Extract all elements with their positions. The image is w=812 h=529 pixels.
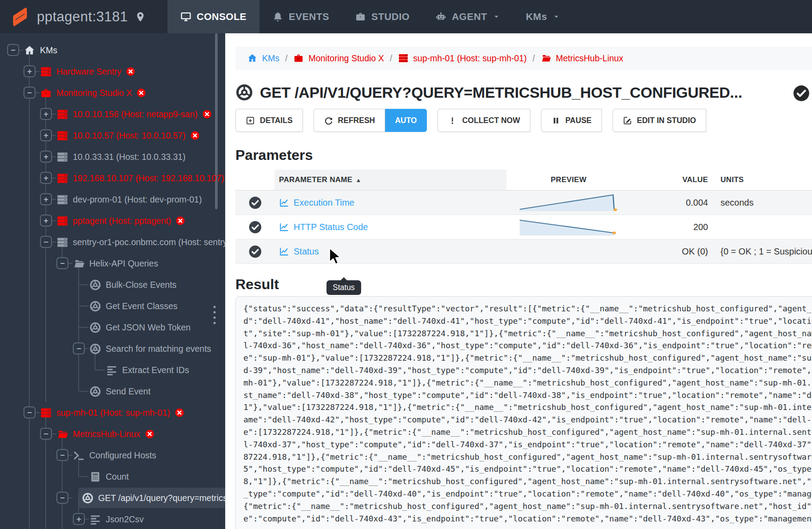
- tree-expander-plus[interactable]: +: [40, 151, 52, 163]
- result-line: {"metric":{"__name__":"metricshub_host_c…: [243, 500, 812, 513]
- result-line: st_name":"dell-740xd-38","host_type":"co…: [243, 389, 812, 402]
- tree-expander-plus[interactable]: +: [24, 65, 36, 77]
- nav-item-studio[interactable]: STUDIO: [342, 0, 422, 33]
- collect-now-button[interactable]: COLLECT NOW: [438, 109, 530, 132]
- tree-expander-minus[interactable]: −: [56, 257, 68, 269]
- tree-item-dev-prom-01-host-dev-prom-01-[interactable]: + dev-prom-01 (Host: dev-prom-01): [0, 189, 225, 210]
- navbar-menu: CONSOLEEVENTSSTUDIOAGENTKMs: [167, 0, 573, 33]
- tree-item-sup-mh-01-host-sup-mh-01-[interactable]: − sup-mh-01 (Host: sup-mh-01): [0, 402, 225, 423]
- home-icon: [24, 44, 36, 56]
- tree-expander-minus[interactable]: −: [56, 449, 68, 461]
- tree-item-send-event[interactable]: Send Event: [0, 381, 225, 402]
- tree-item-helix-api-queries[interactable]: − Helix-API Queries: [0, 253, 225, 274]
- check-circle-icon: [792, 84, 810, 102]
- nav-item-events[interactable]: EVENTS: [259, 0, 342, 33]
- tree-expander-minus[interactable]: −: [56, 492, 68, 504]
- terminal-icon: [73, 449, 85, 461]
- error-badge-icon: [202, 109, 212, 119]
- breadcrumb-separator: /: [285, 53, 287, 64]
- tree-item-count[interactable]: Count: [0, 466, 225, 487]
- tree-dash-line: [52, 434, 56, 434]
- tree-item-pptagent-host-pptagent-[interactable]: + pptagent (Host: pptagent): [0, 210, 225, 231]
- tree-item-json2csv[interactable]: + Json2Csv: [0, 509, 225, 529]
- edit-in-studio-button[interactable]: EDIT IN STUDIO: [613, 109, 706, 132]
- main-content: KMs/Monitoring Studio X/sup-mh-01 (Host:…: [225, 33, 812, 529]
- server-icon: [398, 53, 409, 64]
- nav-item-kms[interactable]: KMs: [513, 0, 573, 33]
- details-button[interactable]: DETAILS: [235, 109, 303, 132]
- column-header-units[interactable]: UNITS: [711, 175, 812, 184]
- breadcrumb-metricshub-linux[interactable]: MetricsHub-Linux: [541, 53, 623, 64]
- status-check-icon: [235, 245, 275, 259]
- tree-expander-minus[interactable]: −: [7, 44, 19, 56]
- breadcrumb-monitoring-studio-x[interactable]: Monitoring Studio X: [293, 53, 384, 64]
- tree-expander-minus[interactable]: −: [40, 428, 52, 440]
- chart-icon: [279, 222, 289, 232]
- server-icon: [56, 130, 68, 142]
- breadcrumb-separator: /: [390, 53, 392, 64]
- result-json-output: {"status":"success","data":{"resultType"…: [235, 296, 812, 529]
- button-group: PAUSE: [541, 109, 602, 132]
- tree-item-kms[interactable]: − KMs: [0, 40, 225, 61]
- tree-expander-minus[interactable]: −: [24, 87, 36, 99]
- tree-item-search-for-matching-events[interactable]: − Search for matching events: [0, 338, 225, 359]
- breadcrumb-sup-mh-01-host-sup-mh-01-[interactable]: sup-mh-01 (Host: sup-mh-01): [398, 53, 527, 64]
- tree-item-get-json-web-token[interactable]: Get JSON Web Token: [0, 317, 225, 338]
- parameter-link-execution-time[interactable]: Execution Time: [275, 198, 506, 208]
- sidebar-resize-handle[interactable]: [213, 305, 216, 325]
- tree-item-10-0-10-156-host-netapp9-san-[interactable]: + 10.0.10.156 (Host: netapp9-san): [0, 103, 225, 125]
- monitor-icon: [180, 11, 191, 22]
- status-tooltip: Status: [326, 280, 361, 295]
- pause-button[interactable]: PAUSE: [541, 109, 602, 132]
- tree-item-configured-hosts[interactable]: − Configured Hosts: [0, 445, 225, 466]
- nav-item-console[interactable]: CONSOLE: [167, 0, 259, 33]
- tree-expander-plus[interactable]: +: [40, 215, 52, 227]
- tree-item-hardware-sentry[interactable]: + Hardware Sentry: [0, 61, 225, 82]
- brand[interactable]: pptagent:3181: [0, 7, 146, 27]
- tree-expander-plus[interactable]: +: [40, 129, 52, 141]
- tree-item-bulk-close-events[interactable]: Bulk-Close Events: [0, 274, 225, 295]
- parameter-link-http-status-code[interactable]: HTTP Status Code: [275, 222, 506, 232]
- result-line: l-740xd-37","host_type":"compute","id":"…: [243, 438, 812, 451]
- breadcrumb: KMs/Monitoring Studio X/sup-mh-01 (Host:…: [235, 47, 812, 70]
- breadcrumb-separator: /: [533, 53, 535, 64]
- tree-expander-minus[interactable]: −: [24, 406, 36, 418]
- tree-item-monitoring-studio-x[interactable]: − Monitoring Studio X: [0, 82, 225, 103]
- result-line: d":"dell-740xd-41","host_name":"dell-740…: [243, 315, 812, 327]
- parameters-heading: Parameters: [235, 147, 812, 163]
- tree-item-10-0-10-57-host-10-0-10-57-[interactable]: + 10.0.10.57 (Host: 10.0.10.57): [0, 125, 225, 146]
- tree-elbow-line: [79, 306, 88, 306]
- auto-button[interactable]: AUTO: [385, 109, 427, 132]
- tree-item-get-event-classes[interactable]: Get Event Classes: [0, 295, 225, 317]
- status-check-icon: [235, 220, 275, 234]
- tree-expander-minus[interactable]: −: [40, 236, 52, 248]
- tree-dash-line: [52, 114, 56, 115]
- tree-expander-plus[interactable]: +: [40, 108, 52, 120]
- tree-item-10-0-33-31-host-10-0-33-31-[interactable]: + 10.0.33.31 (Host: 10.0.33.31): [0, 146, 225, 167]
- column-header-preview[interactable]: PREVIEW: [506, 175, 631, 184]
- error-badge-icon: [136, 88, 146, 98]
- parameter-link-status[interactable]: Status: [275, 247, 506, 257]
- tree-item-192-168-10-107-host-192-168-10-107-[interactable]: + 192.168.10.107 (Host: 192.168.10.107): [0, 167, 225, 189]
- refresh-button[interactable]: REFRESH: [314, 109, 386, 132]
- column-header-value[interactable]: VALUE: [631, 175, 711, 184]
- tree-dash-line: [84, 348, 89, 349]
- web-icon: [89, 322, 101, 334]
- column-header-parameter-name[interactable]: PARAMETER NAME▲: [275, 170, 506, 190]
- sort-asc-icon: ▲: [355, 177, 361, 183]
- tree-expander-plus[interactable]: +: [40, 172, 52, 184]
- tree-item-metricshub-linux[interactable]: − MetricsHub-Linux: [0, 423, 225, 445]
- tree-expander-plus[interactable]: +: [40, 193, 52, 205]
- breadcrumb-kms[interactable]: KMs: [247, 53, 279, 64]
- action-toolbar: DETAILSREFRESHAUTOCOLLECT NOWPAUSEEDIT I…: [235, 109, 812, 132]
- tree-item-get-api-v1-query-query-metricshub-host-c[interactable]: − GET /api/v1/query?query=metricshub_hos…: [0, 487, 225, 509]
- tree-item-sentry-or1-poc-onbmc-com-host-sentry-or1[interactable]: − sentry-or1-poc.onbmc.com (Host: sentry…: [0, 231, 225, 253]
- status-check-icon: [235, 196, 275, 210]
- tree-expander-plus[interactable]: +: [73, 513, 85, 525]
- nav-item-agent[interactable]: AGENT: [422, 0, 513, 33]
- tree-guide-line: [29, 497, 30, 529]
- tree-item-extract-event-ids[interactable]: Extract Event IDs: [0, 359, 225, 381]
- tree-expander-minus[interactable]: −: [73, 342, 85, 354]
- robot-icon: [435, 11, 446, 22]
- tree-elbow-line: [95, 370, 105, 370]
